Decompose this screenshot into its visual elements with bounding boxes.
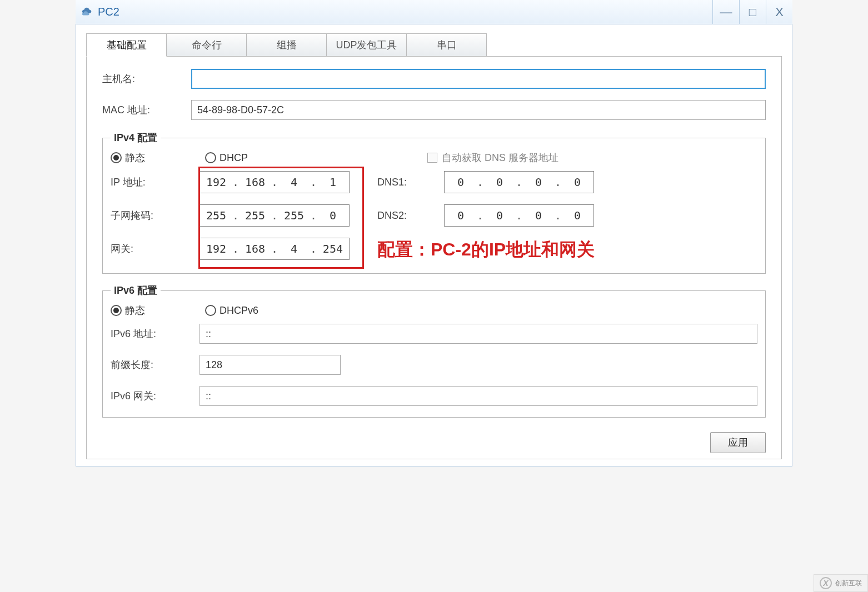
tab-udp-tool[interactable]: UDP发包工具	[326, 33, 407, 56]
dns2-seg-2: 0	[487, 209, 512, 222]
ip-seg-4: 1	[320, 175, 345, 189]
ipv4-static-radio[interactable]: 静态	[111, 151, 199, 164]
ip-seg-1: 192	[203, 175, 228, 189]
window-title: PC2	[98, 6, 119, 18]
gw-input[interactable]: 192. 168. 4. 254	[199, 238, 350, 260]
mask-seg-3: 255	[281, 209, 306, 222]
gw-seg-2: 168	[242, 242, 267, 255]
close-button[interactable]: X	[766, 0, 792, 24]
dns2-seg-4: 0	[565, 209, 590, 222]
tab-bar: 基础配置 命令行 组播 UDP发包工具 串口	[86, 33, 782, 57]
mac-input[interactable]	[191, 100, 766, 120]
checkbox-box-icon	[427, 153, 437, 163]
dns1-seg-4: 0	[565, 175, 590, 189]
tab-pane-basic: 主机名: MAC 地址: IPv4 配置 静态 DHCP	[86, 57, 782, 459]
hostname-label: 主机名:	[102, 72, 191, 86]
mask-label: 子网掩码:	[111, 209, 199, 222]
ipv4-group: IPv4 配置 静态 DHCP 自动获取 DNS 服务器地址	[102, 131, 766, 274]
mask-seg-1: 255	[203, 209, 228, 222]
ipv4-static-label: 静态	[125, 151, 145, 164]
ipv6-dhcpv6-radio[interactable]: DHCPv6	[205, 305, 258, 317]
ipv6-prefix-input[interactable]	[199, 355, 341, 375]
hostname-input[interactable]	[191, 69, 766, 89]
radio-circle-icon	[205, 152, 216, 163]
mask-seg-4: 0	[320, 209, 345, 222]
dns2-input[interactable]: 0. 0. 0. 0	[444, 204, 594, 227]
mac-label: MAC 地址:	[102, 103, 191, 117]
minimize-button[interactable]: —	[712, 0, 739, 24]
ipv4-dhcp-radio[interactable]: DHCP	[205, 152, 383, 164]
dns1-input[interactable]: 0. 0. 0. 0	[444, 171, 594, 193]
auto-dns-checkbox[interactable]: 自动获取 DNS 服务器地址	[427, 151, 558, 164]
dns1-seg-3: 0	[526, 175, 551, 189]
ipv6-static-radio[interactable]: 静态	[111, 304, 199, 317]
radio-circle-icon	[205, 305, 216, 316]
ip-input[interactable]: 192. 168. 4. 1	[199, 171, 350, 193]
gw-seg-1: 192	[203, 242, 228, 255]
gw-seg-3: 4	[281, 242, 306, 255]
ip-seg-2: 168	[242, 175, 267, 189]
tab-serial[interactable]: 串口	[406, 33, 487, 56]
maximize-button[interactable]: □	[739, 0, 766, 24]
annotation-text: 配置：PC-2的IP地址和网关	[377, 238, 595, 262]
ipv4-legend: IPv4 配置	[111, 131, 161, 144]
ip-label: IP 地址:	[111, 175, 199, 189]
auto-dns-label: 自动获取 DNS 服务器地址	[442, 151, 558, 164]
dns1-seg-1: 0	[448, 175, 473, 189]
gw-seg-4: 254	[320, 242, 345, 255]
radio-dot-icon	[111, 305, 122, 316]
ipv4-dhcp-label: DHCP	[220, 152, 248, 164]
ipv6-group: IPv6 配置 静态 DHCPv6 IPv6 地址: 前	[102, 284, 766, 418]
apply-button[interactable]: 应用	[710, 432, 766, 453]
title-bar: PC2 — □ X	[76, 0, 792, 24]
ipv6-prefix-label: 前缀长度:	[111, 358, 199, 372]
ipv6-addr-label: IPv6 地址:	[111, 327, 199, 340]
tab-multicast[interactable]: 组播	[246, 33, 327, 56]
radio-dot-icon	[111, 152, 122, 163]
dns2-label: DNS2:	[377, 210, 444, 222]
dns2-seg-3: 0	[526, 209, 551, 222]
mask-seg-2: 255	[242, 209, 267, 222]
ipv6-addr-input[interactable]	[199, 324, 757, 344]
ipv6-legend: IPv6 配置	[111, 284, 161, 297]
ipv6-static-label: 静态	[125, 304, 145, 317]
gw-label: 网关:	[111, 242, 199, 255]
ipv6-gw-label: IPv6 网关:	[111, 389, 199, 403]
dns1-seg-2: 0	[487, 175, 512, 189]
mask-input[interactable]: 255. 255. 255. 0	[199, 204, 350, 227]
tab-cli[interactable]: 命令行	[166, 33, 247, 56]
dns1-label: DNS1:	[377, 177, 444, 188]
app-icon	[81, 6, 93, 18]
ip-seg-3: 4	[281, 175, 306, 189]
ipv6-gw-input[interactable]	[199, 386, 757, 406]
ipv6-dhcpv6-label: DHCPv6	[220, 305, 258, 317]
dns2-seg-1: 0	[448, 209, 473, 222]
window-content: 基础配置 命令行 组播 UDP发包工具 串口 主机名: MAC 地址: IPv4…	[76, 24, 792, 466]
tab-basic-config[interactable]: 基础配置	[86, 33, 167, 57]
